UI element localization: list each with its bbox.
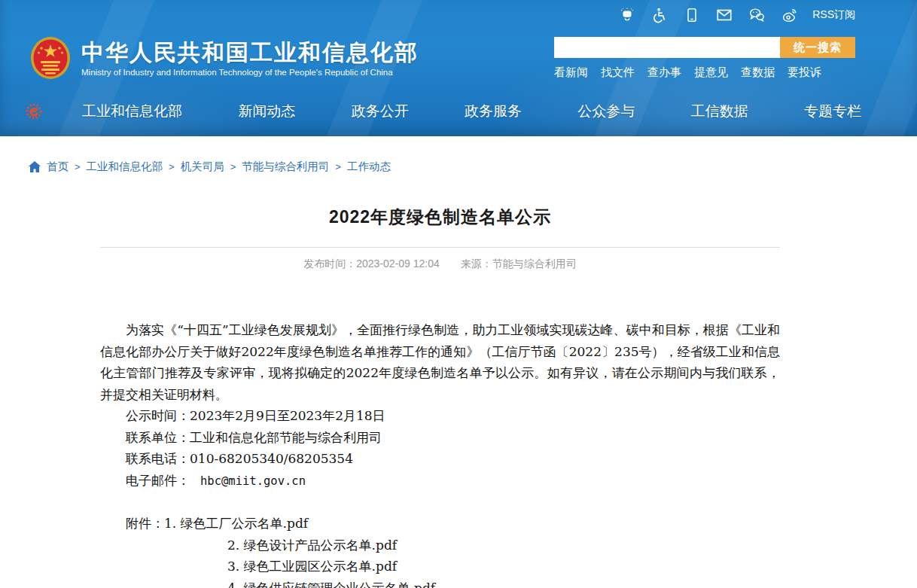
breadcrumb-separator: >: [75, 161, 81, 172]
quick-link-feedback[interactable]: 提意见: [694, 66, 728, 80]
attachment-line-1: 附件：1. 绿色工厂公示名单.pdf: [100, 513, 780, 535]
source-value: 节能与综合利用司: [492, 257, 577, 270]
attachment-line-3: 3. 绿色工业园区公示名单.pdf: [100, 556, 780, 577]
source-label: 来源：: [461, 257, 492, 270]
email-value: hbc@miit.gov.cn: [200, 474, 306, 488]
breadcrumb-separator: >: [169, 161, 175, 172]
quick-link-complaint[interactable]: 要投诉: [788, 66, 821, 80]
masthead: 中华人民共和国工业和信息化部 Ministry of Industry and …: [0, 30, 917, 87]
publicity-period-line: 公示时间：2023年2月9日至2023年2月18日: [100, 405, 780, 427]
publish-time-label: 发布时间：: [303, 257, 356, 270]
unified-search-button[interactable]: 统一搜索: [780, 37, 855, 58]
article-meta: 发布时间：2023-02-09 12:04来源：节能与综合利用司: [100, 257, 780, 271]
miit-e-logo-icon: [25, 102, 43, 120]
primary-nav: 工业和信息化部 新闻动态 政务公开 政务服务 公众参与 工信数据 专题专栏: [0, 87, 917, 136]
article-title: 2022年度绿色制造名单公示: [100, 206, 780, 229]
nav-item-public-participation[interactable]: 公众参与: [577, 102, 635, 121]
nav-item-industry-data[interactable]: 工信数据: [691, 102, 748, 121]
home-icon[interactable]: [29, 161, 41, 172]
breadcrumb-home[interactable]: 首页: [47, 160, 69, 174]
quick-link-data[interactable]: 查数据: [741, 66, 775, 80]
quick-link-services[interactable]: 查办事: [647, 66, 681, 80]
article-paragraph: 为落实《“十四五”工业绿色发展规划》，全面推行绿色制造，助力工业领域实现碳达峰、…: [100, 319, 780, 405]
mobile-icon[interactable]: [683, 6, 701, 24]
attachment-link-green-design-products[interactable]: 2. 绿色设计产品公示名单.pdf: [227, 538, 397, 553]
article-body: 为落实《“十四五”工业绿色发展规划》，全面推行绿色制造，助力工业领域实现碳达峰、…: [100, 319, 780, 588]
article: 2022年度绿色制造名单公示 发布时间：2023-02-09 12:04来源：节…: [100, 206, 780, 588]
attachment-line-2: 2. 绿色设计产品公示名单.pdf: [100, 535, 780, 556]
nav-item-news[interactable]: 新闻动态: [238, 102, 295, 121]
email-label: 电子邮件：: [126, 473, 190, 488]
wechat-icon[interactable]: [748, 6, 766, 24]
national-emblem-icon: [29, 35, 72, 82]
site-titles: 中华人民共和国工业和信息化部 Ministry of Industry and …: [81, 40, 419, 77]
site-title: 中华人民共和国工业和信息化部: [81, 40, 419, 66]
attachments: 附件：1. 绿色工厂公示名单.pdf 2. 绿色设计产品公示名单.pdf 3. …: [100, 513, 780, 588]
breadcrumb-separator: >: [335, 161, 341, 172]
contact-email-line: 电子邮件：hbc@miit.gov.cn: [100, 470, 780, 492]
nav-item-miit[interactable]: 工业和信息化部: [82, 102, 182, 121]
attachment-link-green-industrial-parks[interactable]: 3. 绿色工业园区公示名单.pdf: [227, 559, 397, 574]
breadcrumb-work-updates[interactable]: 工作动态: [347, 160, 391, 174]
site-logo-link[interactable]: 中华人民共和国工业和信息化部 Ministry of Industry and …: [29, 35, 419, 82]
accessibility-icon[interactable]: [650, 6, 669, 24]
attachment-link-green-factory[interactable]: 1. 绿色工厂公示名单.pdf: [164, 516, 308, 531]
rss-subscribe-link[interactable]: RSS订阅: [812, 8, 855, 22]
site-header: RSS订阅 中华人民共和国工业和信息化部 Ministry o: [0, 0, 917, 136]
quick-link-documents[interactable]: 找文件: [601, 66, 635, 80]
nav-item-gov-disclosure[interactable]: 政务公开: [352, 102, 409, 121]
breadcrumb-departments[interactable]: 机关司局: [181, 160, 224, 174]
publish-time-value: 2023-02-09 12:04: [356, 257, 440, 270]
weibo-icon[interactable]: [780, 6, 798, 24]
site-subtitle-en: Ministry of Industry and Information Tec…: [81, 68, 419, 77]
search-area: 统一搜索 看新闻 找文件 查办事 提意见 查数据 要投诉: [554, 37, 855, 80]
breadcrumb-separator: >: [230, 161, 236, 172]
title-divider: [100, 247, 780, 248]
quick-link-news[interactable]: 看新闻: [554, 66, 588, 80]
mail-icon[interactable]: [715, 6, 733, 24]
ai-assistant-icon[interactable]: [618, 6, 636, 24]
quick-links: 看新闻 找文件 查办事 提意见 查数据 要投诉: [554, 66, 855, 80]
contact-unit-line: 联系单位：工业和信息化部节能与综合利用司: [100, 427, 780, 449]
nav-item-gov-services[interactable]: 政务服务: [465, 102, 522, 121]
nav-items: 工业和信息化部 新闻动态 政务公开 政务服务 公众参与 工信数据 专题专栏: [82, 102, 861, 121]
contact-phone-line: 联系电话：010-68205340/68205354: [100, 448, 780, 470]
nav-item-special-topics[interactable]: 专题专栏: [804, 102, 861, 121]
attachments-label: 附件：: [126, 516, 164, 531]
breadcrumb: 首页 > 工业和信息化部 > 机关司局 > 节能与综合利用司 > 工作动态: [0, 136, 917, 175]
attachment-link-green-supply-chain[interactable]: 4. 绿色供应链管理企业公示名单.pdf: [227, 580, 435, 588]
attachment-line-4: 4. 绿色供应链管理企业公示名单.pdf: [100, 577, 780, 588]
utility-bar: RSS订阅: [0, 0, 917, 30]
search-input[interactable]: [554, 37, 780, 58]
breadcrumb-miit[interactable]: 工业和信息化部: [87, 160, 163, 174]
breadcrumb-energy-dept[interactable]: 节能与综合利用司: [242, 160, 329, 174]
